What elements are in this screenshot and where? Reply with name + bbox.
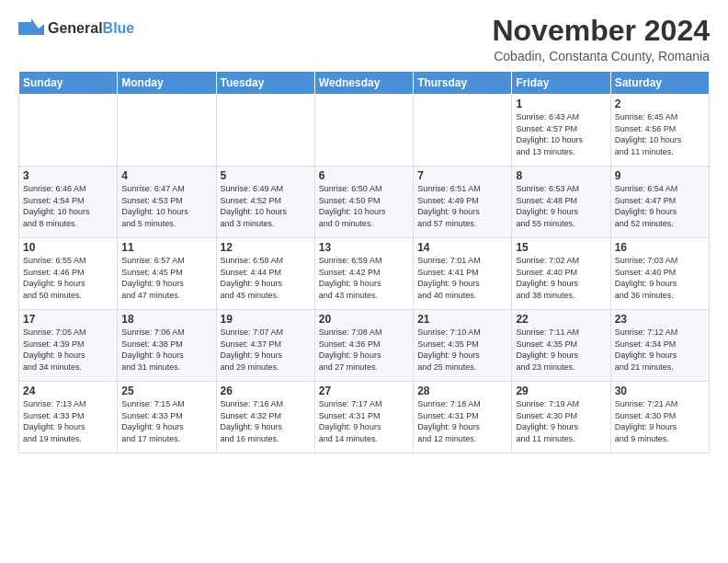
day-number: 6 [319,169,409,182]
calendar-table: Sunday Monday Tuesday Wednesday Thursday… [18,71,710,454]
day-info: Sunrise: 7:05 AM Sunset: 4:39 PM Dayligh… [23,327,113,373]
calendar-cell-w3-d1: 10Sunrise: 6:55 AM Sunset: 4:46 PM Dayli… [19,238,118,310]
col-wednesday: Wednesday [314,72,413,95]
day-number: 8 [516,169,606,182]
calendar-cell-w1-d7: 2Sunrise: 6:45 AM Sunset: 4:56 PM Daylig… [610,95,709,167]
day-number: 30 [615,385,705,397]
calendar-cell-w2-d7: 9Sunrise: 6:54 AM Sunset: 4:47 PM Daylig… [610,167,709,238]
title-section: November 2024 Cobadin, Constanta County,… [492,15,710,63]
calendar-cell-w2-d4: 6Sunrise: 6:50 AM Sunset: 4:50 PM Daylig… [314,167,413,238]
day-number: 18 [121,313,211,326]
col-saturday: Saturday [610,72,709,95]
day-number: 10 [23,241,113,254]
week-row-5: 24Sunrise: 7:13 AM Sunset: 4:33 PM Dayli… [19,382,710,454]
day-info: Sunrise: 6:46 AM Sunset: 4:54 PM Dayligh… [23,183,113,229]
day-number: 28 [417,385,507,397]
calendar-cell-w5-d2: 25Sunrise: 7:15 AM Sunset: 4:33 PM Dayli… [118,382,216,454]
day-number: 13 [319,241,409,254]
day-info: Sunrise: 7:13 AM Sunset: 4:33 PM Dayligh… [23,398,113,444]
calendar-cell-w4-d7: 23Sunrise: 7:12 AM Sunset: 4:34 PM Dayli… [610,310,709,382]
calendar-cell-w1-d6: 1Sunrise: 6:43 AM Sunset: 4:57 PM Daylig… [512,95,610,167]
calendar-cell-w1-d1 [19,95,118,167]
calendar-cell-w2-d1: 3Sunrise: 6:46 AM Sunset: 4:54 PM Daylig… [19,167,118,238]
logo-icon [18,15,46,42]
logo-general-text: General [48,20,103,36]
day-info: Sunrise: 6:45 AM Sunset: 4:56 PM Dayligh… [615,111,705,157]
calendar-cell-w2-d3: 5Sunrise: 6:49 AM Sunset: 4:52 PM Daylig… [216,167,314,238]
calendar-cell-w2-d2: 4Sunrise: 6:47 AM Sunset: 4:53 PM Daylig… [118,167,216,238]
day-number: 24 [23,385,113,397]
day-number: 3 [23,169,113,182]
day-number: 16 [615,241,705,254]
day-number: 25 [121,385,211,397]
day-number: 27 [319,385,409,397]
day-info: Sunrise: 6:55 AM Sunset: 4:46 PM Dayligh… [23,255,113,301]
day-info: Sunrise: 7:12 AM Sunset: 4:34 PM Dayligh… [615,327,705,373]
day-info: Sunrise: 6:47 AM Sunset: 4:53 PM Dayligh… [121,183,211,229]
day-info: Sunrise: 7:15 AM Sunset: 4:33 PM Dayligh… [121,398,211,444]
calendar-cell-w4-d2: 18Sunrise: 7:06 AM Sunset: 4:38 PM Dayli… [118,310,216,382]
day-number: 9 [615,169,705,182]
week-row-4: 17Sunrise: 7:05 AM Sunset: 4:39 PM Dayli… [19,310,710,382]
col-tuesday: Tuesday [216,72,314,95]
month-title: November 2024 [492,15,710,47]
day-info: Sunrise: 7:07 AM Sunset: 4:37 PM Dayligh… [221,327,311,373]
calendar-cell-w3-d3: 12Sunrise: 6:58 AM Sunset: 4:44 PM Dayli… [216,238,314,310]
calendar-cell-w4-d1: 17Sunrise: 7:05 AM Sunset: 4:39 PM Dayli… [19,310,118,382]
svg-rect-0 [18,22,31,35]
day-number: 2 [615,98,705,110]
day-number: 7 [417,169,507,182]
calendar-cell-w5-d1: 24Sunrise: 7:13 AM Sunset: 4:33 PM Dayli… [19,382,118,454]
day-info: Sunrise: 6:51 AM Sunset: 4:49 PM Dayligh… [417,183,507,229]
week-row-3: 10Sunrise: 6:55 AM Sunset: 4:46 PM Dayli… [19,238,710,310]
day-number: 26 [221,385,311,397]
week-row-2: 3Sunrise: 6:46 AM Sunset: 4:54 PM Daylig… [19,167,710,238]
day-number: 12 [221,241,311,254]
col-monday: Monday [118,72,216,95]
day-number: 20 [319,313,409,326]
header: GeneralBlue November 2024 Cobadin, Const… [18,15,710,63]
calendar-cell-w1-d3 [216,95,314,167]
col-friday: Friday [512,72,610,95]
calendar-cell-w3-d4: 13Sunrise: 6:59 AM Sunset: 4:42 PM Dayli… [314,238,413,310]
day-info: Sunrise: 6:50 AM Sunset: 4:50 PM Dayligh… [319,183,409,229]
day-number: 1 [516,98,606,110]
header-row: Sunday Monday Tuesday Wednesday Thursday… [19,72,710,95]
day-number: 14 [417,241,507,254]
calendar-cell-w3-d6: 15Sunrise: 7:02 AM Sunset: 4:40 PM Dayli… [512,238,610,310]
calendar-cell-w5-d6: 29Sunrise: 7:19 AM Sunset: 4:30 PM Dayli… [512,382,610,454]
day-number: 29 [516,385,606,397]
calendar-body: 1Sunrise: 6:43 AM Sunset: 4:57 PM Daylig… [19,95,710,454]
day-info: Sunrise: 6:43 AM Sunset: 4:57 PM Dayligh… [516,111,606,157]
svg-marker-1 [31,18,44,35]
day-info: Sunrise: 7:17 AM Sunset: 4:31 PM Dayligh… [319,398,409,444]
day-number: 15 [516,241,606,254]
calendar-cell-w3-d7: 16Sunrise: 7:03 AM Sunset: 4:40 PM Dayli… [610,238,709,310]
day-number: 23 [615,313,705,326]
day-info: Sunrise: 6:54 AM Sunset: 4:47 PM Dayligh… [615,183,705,229]
day-number: 11 [121,241,211,254]
calendar-cell-w3-d5: 14Sunrise: 7:01 AM Sunset: 4:41 PM Dayli… [414,238,512,310]
calendar-cell-w4-d3: 19Sunrise: 7:07 AM Sunset: 4:37 PM Dayli… [216,310,314,382]
calendar-cell-w4-d4: 20Sunrise: 7:08 AM Sunset: 4:36 PM Dayli… [314,310,413,382]
location: Cobadin, Constanta County, Romania [492,49,710,63]
calendar-cell-w5-d4: 27Sunrise: 7:17 AM Sunset: 4:31 PM Dayli… [314,382,413,454]
day-info: Sunrise: 7:01 AM Sunset: 4:41 PM Dayligh… [417,255,507,301]
day-info: Sunrise: 6:57 AM Sunset: 4:45 PM Dayligh… [121,255,211,301]
day-info: Sunrise: 7:03 AM Sunset: 4:40 PM Dayligh… [615,255,705,301]
calendar-cell-w5-d7: 30Sunrise: 7:21 AM Sunset: 4:30 PM Dayli… [610,382,709,454]
calendar-cell-w2-d5: 7Sunrise: 6:51 AM Sunset: 4:49 PM Daylig… [414,167,512,238]
day-info: Sunrise: 6:53 AM Sunset: 4:48 PM Dayligh… [516,183,606,229]
logo: GeneralBlue [18,15,134,42]
day-info: Sunrise: 6:59 AM Sunset: 4:42 PM Dayligh… [319,255,409,301]
day-info: Sunrise: 7:10 AM Sunset: 4:35 PM Dayligh… [417,327,507,373]
calendar-header: Sunday Monday Tuesday Wednesday Thursday… [19,72,710,95]
day-info: Sunrise: 7:02 AM Sunset: 4:40 PM Dayligh… [516,255,606,301]
day-info: Sunrise: 6:58 AM Sunset: 4:44 PM Dayligh… [221,255,311,301]
calendar-cell-w5-d3: 26Sunrise: 7:16 AM Sunset: 4:32 PM Dayli… [216,382,314,454]
day-number: 17 [23,313,113,326]
day-info: Sunrise: 7:06 AM Sunset: 4:38 PM Dayligh… [121,327,211,373]
day-info: Sunrise: 7:18 AM Sunset: 4:31 PM Dayligh… [417,398,507,444]
calendar-cell-w1-d4 [314,95,413,167]
calendar-cell-w1-d2 [118,95,216,167]
